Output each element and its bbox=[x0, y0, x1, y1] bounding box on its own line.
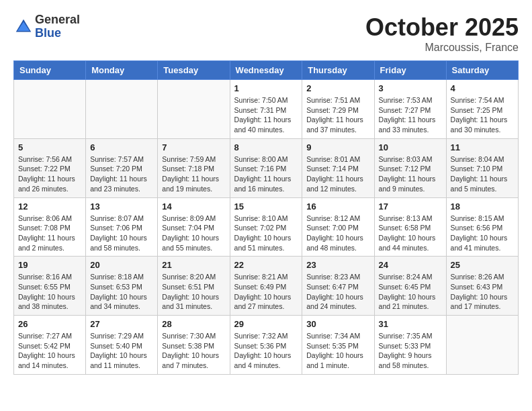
calendar-cell: 2Sunrise: 7:51 AM Sunset: 7:29 PM Daylig… bbox=[302, 80, 374, 139]
day-header-wednesday: Wednesday bbox=[230, 61, 302, 80]
day-header-friday: Friday bbox=[374, 61, 446, 80]
day-number: 2 bbox=[306, 83, 369, 93]
day-detail: Sunrise: 8:03 AM Sunset: 7:12 PM Dayligh… bbox=[379, 154, 442, 194]
day-number: 27 bbox=[90, 319, 153, 329]
day-number: 6 bbox=[90, 142, 153, 152]
day-number: 5 bbox=[18, 142, 81, 152]
day-detail: Sunrise: 8:07 AM Sunset: 7:06 PM Dayligh… bbox=[90, 214, 153, 253]
day-number: 13 bbox=[90, 201, 153, 212]
day-number: 1 bbox=[234, 83, 298, 93]
day-header-tuesday: Tuesday bbox=[158, 61, 230, 80]
day-number: 12 bbox=[18, 201, 81, 212]
day-detail: Sunrise: 8:15 AM Sunset: 6:56 PM Dayligh… bbox=[451, 214, 514, 253]
day-number: 26 bbox=[18, 319, 81, 329]
logo-text: General Blue bbox=[35, 13, 80, 40]
calendar-cell: 12Sunrise: 8:06 AM Sunset: 7:08 PM Dayli… bbox=[14, 197, 86, 257]
title-area: October 2025 Marcoussis, France bbox=[365, 13, 519, 54]
day-detail: Sunrise: 7:53 AM Sunset: 7:27 PM Dayligh… bbox=[379, 95, 442, 135]
day-detail: Sunrise: 8:20 AM Sunset: 6:51 PM Dayligh… bbox=[162, 272, 225, 312]
day-number: 11 bbox=[451, 142, 514, 152]
calendar-cell: 29Sunrise: 7:32 AM Sunset: 5:36 PM Dayli… bbox=[230, 316, 302, 375]
days-header-row: SundayMondayTuesdayWednesdayThursdayFrid… bbox=[14, 61, 519, 80]
day-detail: Sunrise: 8:21 AM Sunset: 6:49 PM Dayligh… bbox=[234, 272, 298, 312]
calendar-cell: 27Sunrise: 7:29 AM Sunset: 5:40 PM Dayli… bbox=[86, 316, 158, 375]
week-row-1: 1Sunrise: 7:50 AM Sunset: 7:31 PM Daylig… bbox=[14, 80, 519, 139]
day-number: 14 bbox=[162, 201, 225, 212]
day-number: 8 bbox=[234, 142, 298, 152]
calendar-cell: 3Sunrise: 7:53 AM Sunset: 7:27 PM Daylig… bbox=[374, 80, 446, 139]
calendar-cell: 31Sunrise: 7:35 AM Sunset: 5:33 PM Dayli… bbox=[374, 316, 446, 375]
calendar-cell: 20Sunrise: 8:18 AM Sunset: 6:53 PM Dayli… bbox=[86, 257, 158, 316]
calendar-cell bbox=[446, 316, 518, 375]
day-detail: Sunrise: 8:23 AM Sunset: 6:47 PM Dayligh… bbox=[306, 272, 369, 312]
day-number: 30 bbox=[306, 319, 369, 329]
calendar-cell: 1Sunrise: 7:50 AM Sunset: 7:31 PM Daylig… bbox=[230, 80, 302, 139]
day-detail: Sunrise: 7:29 AM Sunset: 5:40 PM Dayligh… bbox=[90, 331, 153, 371]
calendar-cell: 23Sunrise: 8:23 AM Sunset: 6:47 PM Dayli… bbox=[302, 257, 374, 316]
calendar-cell: 13Sunrise: 8:07 AM Sunset: 7:06 PM Dayli… bbox=[86, 197, 158, 257]
calendar-cell: 5Sunrise: 7:56 AM Sunset: 7:22 PM Daylig… bbox=[14, 138, 86, 197]
month-title: October 2025 bbox=[365, 13, 519, 42]
day-header-sunday: Sunday bbox=[14, 61, 86, 80]
day-detail: Sunrise: 8:04 AM Sunset: 7:10 PM Dayligh… bbox=[451, 154, 514, 194]
calendar-cell: 14Sunrise: 8:09 AM Sunset: 7:04 PM Dayli… bbox=[158, 197, 230, 257]
calendar-cell: 22Sunrise: 8:21 AM Sunset: 6:49 PM Dayli… bbox=[230, 257, 302, 316]
week-row-3: 12Sunrise: 8:06 AM Sunset: 7:08 PM Dayli… bbox=[14, 197, 519, 257]
calendar-cell: 30Sunrise: 7:34 AM Sunset: 5:35 PM Dayli… bbox=[302, 316, 374, 375]
week-row-5: 26Sunrise: 7:27 AM Sunset: 5:42 PM Dayli… bbox=[14, 316, 519, 375]
day-number: 18 bbox=[451, 201, 514, 212]
day-detail: Sunrise: 8:12 AM Sunset: 7:00 PM Dayligh… bbox=[306, 214, 369, 253]
calendar-cell: 17Sunrise: 8:13 AM Sunset: 6:58 PM Dayli… bbox=[374, 197, 446, 257]
day-header-monday: Monday bbox=[86, 61, 158, 80]
calendar-cell: 8Sunrise: 8:00 AM Sunset: 7:16 PM Daylig… bbox=[230, 138, 302, 197]
calendar: SundayMondayTuesdayWednesdayThursdayFrid… bbox=[13, 60, 519, 375]
day-detail: Sunrise: 8:26 AM Sunset: 6:43 PM Dayligh… bbox=[451, 272, 514, 312]
day-detail: Sunrise: 8:18 AM Sunset: 6:53 PM Dayligh… bbox=[90, 272, 153, 312]
day-detail: Sunrise: 8:06 AM Sunset: 7:08 PM Dayligh… bbox=[18, 214, 81, 253]
day-number: 16 bbox=[306, 201, 369, 212]
day-header-saturday: Saturday bbox=[446, 61, 518, 80]
day-number: 31 bbox=[379, 319, 442, 329]
calendar-cell: 21Sunrise: 8:20 AM Sunset: 6:51 PM Dayli… bbox=[158, 257, 230, 316]
day-detail: Sunrise: 8:16 AM Sunset: 6:55 PM Dayligh… bbox=[18, 272, 81, 312]
day-number: 28 bbox=[162, 319, 225, 329]
logo-general: General bbox=[35, 13, 80, 27]
calendar-cell: 28Sunrise: 7:30 AM Sunset: 5:38 PM Dayli… bbox=[158, 316, 230, 375]
page-header: General Blue October 2025 Marcoussis, Fr… bbox=[13, 13, 519, 54]
day-number: 3 bbox=[379, 83, 442, 93]
calendar-cell: 9Sunrise: 8:01 AM Sunset: 7:14 PM Daylig… bbox=[302, 138, 374, 197]
day-number: 29 bbox=[234, 319, 298, 329]
calendar-cell bbox=[86, 80, 158, 139]
day-number: 17 bbox=[379, 201, 442, 212]
week-row-4: 19Sunrise: 8:16 AM Sunset: 6:55 PM Dayli… bbox=[14, 257, 519, 316]
day-detail: Sunrise: 7:34 AM Sunset: 5:35 PM Dayligh… bbox=[306, 331, 369, 371]
calendar-cell: 16Sunrise: 8:12 AM Sunset: 7:00 PM Dayli… bbox=[302, 197, 374, 257]
location: Marcoussis, France bbox=[365, 42, 519, 54]
day-detail: Sunrise: 8:09 AM Sunset: 7:04 PM Dayligh… bbox=[162, 214, 225, 253]
calendar-cell bbox=[158, 80, 230, 139]
day-number: 23 bbox=[306, 260, 369, 270]
calendar-cell: 26Sunrise: 7:27 AM Sunset: 5:42 PM Dayli… bbox=[14, 316, 86, 375]
calendar-cell: 4Sunrise: 7:54 AM Sunset: 7:25 PM Daylig… bbox=[446, 80, 518, 139]
calendar-cell: 15Sunrise: 8:10 AM Sunset: 7:02 PM Dayli… bbox=[230, 197, 302, 257]
day-header-thursday: Thursday bbox=[302, 61, 374, 80]
day-number: 9 bbox=[306, 142, 369, 152]
day-number: 25 bbox=[451, 260, 514, 270]
calendar-cell: 7Sunrise: 7:59 AM Sunset: 7:18 PM Daylig… bbox=[158, 138, 230, 197]
day-number: 7 bbox=[162, 142, 225, 152]
calendar-cell: 19Sunrise: 8:16 AM Sunset: 6:55 PM Dayli… bbox=[14, 257, 86, 316]
calendar-cell: 24Sunrise: 8:24 AM Sunset: 6:45 PM Dayli… bbox=[374, 257, 446, 316]
day-detail: Sunrise: 7:32 AM Sunset: 5:36 PM Dayligh… bbox=[234, 331, 298, 371]
day-number: 10 bbox=[379, 142, 442, 152]
logo: General Blue bbox=[13, 13, 80, 40]
day-detail: Sunrise: 8:24 AM Sunset: 6:45 PM Dayligh… bbox=[379, 272, 442, 312]
day-detail: Sunrise: 7:27 AM Sunset: 5:42 PM Dayligh… bbox=[18, 331, 81, 371]
day-number: 15 bbox=[234, 201, 298, 212]
day-detail: Sunrise: 8:10 AM Sunset: 7:02 PM Dayligh… bbox=[234, 214, 298, 253]
calendar-cell: 10Sunrise: 8:03 AM Sunset: 7:12 PM Dayli… bbox=[374, 138, 446, 197]
logo-blue: Blue bbox=[35, 27, 80, 40]
day-detail: Sunrise: 7:59 AM Sunset: 7:18 PM Dayligh… bbox=[162, 154, 225, 194]
day-detail: Sunrise: 7:51 AM Sunset: 7:29 PM Dayligh… bbox=[306, 95, 369, 135]
logo-icon bbox=[13, 17, 34, 37]
day-detail: Sunrise: 7:57 AM Sunset: 7:20 PM Dayligh… bbox=[90, 154, 153, 194]
